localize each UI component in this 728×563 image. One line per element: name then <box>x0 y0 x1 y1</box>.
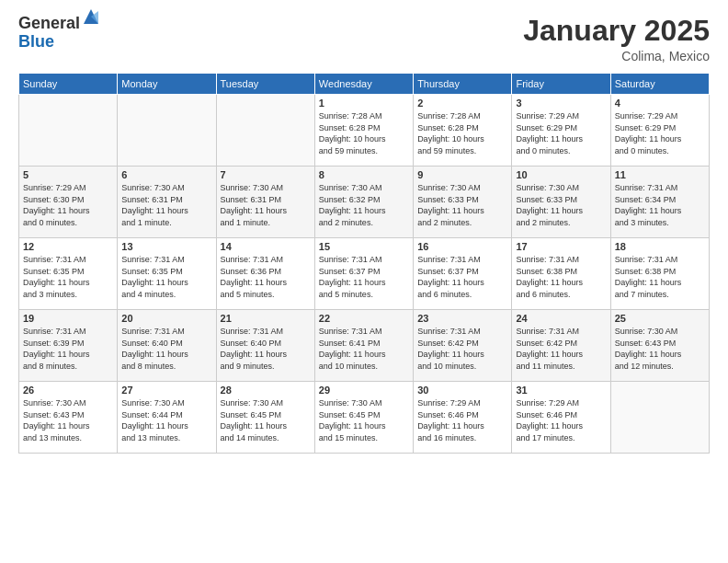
day-info: Sunrise: 7:30 AM Sunset: 6:44 PM Dayligh… <box>121 397 211 443</box>
day-cell: 28Sunrise: 7:30 AM Sunset: 6:45 PM Dayli… <box>216 382 314 454</box>
day-number: 3 <box>516 98 606 109</box>
day-info: Sunrise: 7:31 AM Sunset: 6:42 PM Dayligh… <box>417 326 507 372</box>
day-cell: 14Sunrise: 7:31 AM Sunset: 6:36 PM Dayli… <box>216 238 314 310</box>
day-number: 1 <box>319 98 409 109</box>
week-row-4: 26Sunrise: 7:30 AM Sunset: 6:43 PM Dayli… <box>19 382 710 454</box>
col-sunday: Sunday <box>19 74 118 95</box>
day-info: Sunrise: 7:31 AM Sunset: 6:37 PM Dayligh… <box>417 254 507 300</box>
day-cell: 18Sunrise: 7:31 AM Sunset: 6:38 PM Dayli… <box>610 238 709 310</box>
day-info: Sunrise: 7:31 AM Sunset: 6:34 PM Dayligh… <box>615 182 705 228</box>
day-info: Sunrise: 7:29 AM Sunset: 6:30 PM Dayligh… <box>23 182 113 228</box>
day-number: 30 <box>417 385 507 396</box>
day-number: 4 <box>615 98 705 109</box>
logo-icon <box>82 7 100 26</box>
day-cell: 27Sunrise: 7:30 AM Sunset: 6:44 PM Dayli… <box>118 382 216 454</box>
day-cell: 1Sunrise: 7:28 AM Sunset: 6:28 PM Daylig… <box>314 95 413 167</box>
day-cell: 17Sunrise: 7:31 AM Sunset: 6:38 PM Dayli… <box>512 238 610 310</box>
day-cell: 31Sunrise: 7:29 AM Sunset: 6:46 PM Dayli… <box>512 382 610 454</box>
day-number: 18 <box>615 241 705 252</box>
logo-general: General <box>18 15 80 33</box>
page: General Blue January 2025 Colima, Mexico… <box>0 0 728 563</box>
day-number: 20 <box>121 313 211 324</box>
day-number: 12 <box>23 241 113 252</box>
day-number: 16 <box>417 241 507 252</box>
day-cell: 21Sunrise: 7:31 AM Sunset: 6:40 PM Dayli… <box>216 310 314 382</box>
day-cell: 24Sunrise: 7:31 AM Sunset: 6:42 PM Dayli… <box>512 310 610 382</box>
day-info: Sunrise: 7:29 AM Sunset: 6:46 PM Dayligh… <box>516 397 606 443</box>
day-info: Sunrise: 7:31 AM Sunset: 6:42 PM Dayligh… <box>516 326 606 372</box>
col-tuesday: Tuesday <box>216 74 314 95</box>
day-cell: 2Sunrise: 7:28 AM Sunset: 6:28 PM Daylig… <box>414 95 512 167</box>
day-cell: 5Sunrise: 7:29 AM Sunset: 6:30 PM Daylig… <box>19 167 118 238</box>
day-cell: 16Sunrise: 7:31 AM Sunset: 6:37 PM Dayli… <box>414 238 512 310</box>
day-number: 15 <box>319 241 409 252</box>
day-number: 6 <box>121 169 211 180</box>
month-title: January 2025 <box>523 15 710 47</box>
day-cell: 12Sunrise: 7:31 AM Sunset: 6:35 PM Dayli… <box>19 238 118 310</box>
day-info: Sunrise: 7:30 AM Sunset: 6:33 PM Dayligh… <box>417 182 507 228</box>
location: Colima, Mexico <box>523 49 710 63</box>
day-cell <box>610 382 709 454</box>
header: General Blue January 2025 Colima, Mexico <box>18 15 710 63</box>
day-number: 13 <box>121 241 211 252</box>
day-cell: 26Sunrise: 7:30 AM Sunset: 6:43 PM Dayli… <box>19 382 118 454</box>
day-number: 11 <box>615 169 705 180</box>
title-block: January 2025 Colima, Mexico <box>523 15 710 63</box>
day-cell: 19Sunrise: 7:31 AM Sunset: 6:39 PM Dayli… <box>19 310 118 382</box>
week-row-3: 19Sunrise: 7:31 AM Sunset: 6:39 PM Dayli… <box>19 310 710 382</box>
day-cell: 10Sunrise: 7:30 AM Sunset: 6:33 PM Dayli… <box>512 167 610 238</box>
day-number: 9 <box>417 169 507 180</box>
day-cell: 6Sunrise: 7:30 AM Sunset: 6:31 PM Daylig… <box>118 167 216 238</box>
day-info: Sunrise: 7:31 AM Sunset: 6:41 PM Dayligh… <box>319 326 409 372</box>
day-info: Sunrise: 7:30 AM Sunset: 6:32 PM Dayligh… <box>319 182 409 228</box>
day-cell: 8Sunrise: 7:30 AM Sunset: 6:32 PM Daylig… <box>314 167 413 238</box>
col-saturday: Saturday <box>610 74 709 95</box>
day-cell: 13Sunrise: 7:31 AM Sunset: 6:35 PM Dayli… <box>118 238 216 310</box>
day-info: Sunrise: 7:31 AM Sunset: 6:40 PM Dayligh… <box>121 326 211 372</box>
day-cell: 3Sunrise: 7:29 AM Sunset: 6:29 PM Daylig… <box>512 95 610 167</box>
calendar: Sunday Monday Tuesday Wednesday Thursday… <box>18 73 710 454</box>
week-row-0: 1Sunrise: 7:28 AM Sunset: 6:28 PM Daylig… <box>19 95 710 167</box>
day-info: Sunrise: 7:30 AM Sunset: 6:45 PM Dayligh… <box>319 397 409 443</box>
week-row-2: 12Sunrise: 7:31 AM Sunset: 6:35 PM Dayli… <box>19 238 710 310</box>
day-number: 14 <box>221 241 311 252</box>
day-cell: 15Sunrise: 7:31 AM Sunset: 6:37 PM Dayli… <box>314 238 413 310</box>
day-cell: 25Sunrise: 7:30 AM Sunset: 6:43 PM Dayli… <box>610 310 709 382</box>
day-number: 22 <box>319 313 409 324</box>
day-number: 31 <box>516 385 606 396</box>
day-info: Sunrise: 7:30 AM Sunset: 6:43 PM Dayligh… <box>23 397 113 443</box>
day-info: Sunrise: 7:29 AM Sunset: 6:46 PM Dayligh… <box>417 397 507 443</box>
day-number: 19 <box>23 313 113 324</box>
day-info: Sunrise: 7:29 AM Sunset: 6:29 PM Dayligh… <box>615 110 705 156</box>
day-number: 25 <box>615 313 705 324</box>
day-info: Sunrise: 7:30 AM Sunset: 6:31 PM Dayligh… <box>121 182 211 228</box>
header-row: Sunday Monday Tuesday Wednesday Thursday… <box>19 74 710 95</box>
day-info: Sunrise: 7:30 AM Sunset: 6:43 PM Dayligh… <box>615 326 705 372</box>
day-cell <box>19 95 118 167</box>
day-info: Sunrise: 7:30 AM Sunset: 6:31 PM Dayligh… <box>221 182 311 228</box>
day-cell: 4Sunrise: 7:29 AM Sunset: 6:29 PM Daylig… <box>610 95 709 167</box>
day-cell: 20Sunrise: 7:31 AM Sunset: 6:40 PM Dayli… <box>118 310 216 382</box>
day-number: 27 <box>121 385 211 396</box>
day-number: 23 <box>417 313 507 324</box>
day-number: 24 <box>516 313 606 324</box>
day-info: Sunrise: 7:29 AM Sunset: 6:29 PM Dayligh… <box>516 110 606 156</box>
day-number: 5 <box>23 169 113 180</box>
day-cell: 23Sunrise: 7:31 AM Sunset: 6:42 PM Dayli… <box>414 310 512 382</box>
day-number: 10 <box>516 169 606 180</box>
col-friday: Friday <box>512 74 610 95</box>
day-info: Sunrise: 7:28 AM Sunset: 6:28 PM Dayligh… <box>417 110 507 156</box>
col-thursday: Thursday <box>414 74 512 95</box>
day-info: Sunrise: 7:30 AM Sunset: 6:45 PM Dayligh… <box>221 397 311 443</box>
col-wednesday: Wednesday <box>314 74 413 95</box>
day-info: Sunrise: 7:28 AM Sunset: 6:28 PM Dayligh… <box>319 110 409 156</box>
day-info: Sunrise: 7:31 AM Sunset: 6:35 PM Dayligh… <box>23 254 113 300</box>
day-number: 28 <box>221 385 311 396</box>
day-number: 8 <box>319 169 409 180</box>
logo-blue: Blue <box>18 33 80 52</box>
day-cell <box>216 95 314 167</box>
day-info: Sunrise: 7:31 AM Sunset: 6:38 PM Dayligh… <box>615 254 705 300</box>
day-cell: 7Sunrise: 7:30 AM Sunset: 6:31 PM Daylig… <box>216 167 314 238</box>
logo: General Blue <box>18 15 100 52</box>
day-info: Sunrise: 7:30 AM Sunset: 6:33 PM Dayligh… <box>516 182 606 228</box>
